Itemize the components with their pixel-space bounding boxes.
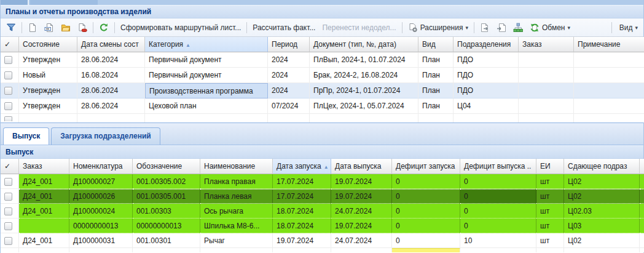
cell-document[interactable]: ПлЦех, 2024-1, 05.07.2024	[310, 98, 418, 114]
row-checkbox[interactable]	[4, 102, 12, 110]
cell-name[interactable]: Рычаг	[200, 233, 273, 248]
release-row-selected[interactable]: Д24_001 Д100000026 001.00305.001 Планка …	[1, 189, 644, 204]
cell-nomenclature[interactable]: 00000000013	[69, 219, 133, 233]
cell-release-date[interactable]: 19.07.2024	[331, 219, 392, 233]
cell-order[interactable]	[19, 219, 69, 233]
extensions-menu-button[interactable]: Расширения ▾	[405, 21, 471, 34]
cell-unit[interactable]: шт	[536, 233, 564, 248]
cell-state[interactable]: Утвержден	[19, 98, 77, 114]
cell-order[interactable]	[519, 68, 574, 83]
open-folder-button[interactable]	[58, 21, 74, 34]
column-header-release-date[interactable]: Дата выпуска	[331, 159, 392, 174]
cell-order[interactable]: Д24_001	[19, 204, 69, 219]
cell-name[interactable]: Шпилька М8-6...	[200, 219, 273, 233]
cell-state[interactable]: Утвержден	[19, 83, 77, 98]
cell-designation[interactable]: 00000000013	[133, 219, 200, 233]
cell-unit[interactable]: шт	[536, 219, 564, 233]
cell-division[interactable]: Ц04	[454, 98, 519, 114]
release-row[interactable]: 00000000013 00000000013 Шпилька М8-6... …	[1, 219, 644, 233]
refresh-button[interactable]	[96, 21, 112, 34]
cell-release-date[interactable]: 24.07.2024	[331, 204, 392, 219]
tab-load-divisions[interactable]: Загрузка подразделений	[51, 127, 160, 145]
column-header-document[interactable]: Документ (тип, №, дата)	[310, 37, 418, 52]
cell-deficit-release[interactable]: 0	[460, 174, 536, 189]
plans-row[interactable]: Новый 16.08.2024 Первичный документ 2024…	[1, 68, 644, 83]
cell-kind[interactable]: План	[418, 98, 454, 114]
cell-designation[interactable]: 001.00301	[133, 233, 200, 248]
column-header-start-date[interactable]: Дата запуска▲	[273, 159, 331, 174]
cell-period[interactable]: 07/2024	[268, 98, 310, 114]
row-checkbox[interactable]	[4, 178, 12, 186]
cell-division[interactable]: Ц02	[564, 189, 640, 204]
column-header-note[interactable]: Примечание	[574, 37, 644, 52]
cell-order[interactable]	[519, 83, 574, 98]
cell-document[interactable]: Брак, 2024-2, 16.08.2024	[310, 68, 418, 83]
cell-category[interactable]: Цеховой план	[145, 98, 268, 114]
release-row[interactable]: Д24_001 Д100000024 001.00303 Ось рычага …	[1, 204, 644, 219]
row-checkbox[interactable]	[4, 71, 12, 79]
column-header-division[interactable]: Подразделения	[454, 37, 519, 52]
cell-note[interactable]	[574, 52, 644, 68]
plans-row[interactable]: Утвержден 28.06.2024 Первичный документ …	[1, 52, 644, 68]
cell-start-date[interactable]: 18.07.2024	[273, 204, 331, 219]
column-header-state-date[interactable]: Дата смены сост	[77, 37, 145, 52]
calculate-fact-button[interactable]: Рассчитать факт...	[249, 22, 318, 34]
cell-deficit-release[interactable]: 0	[460, 204, 536, 219]
cell-kind[interactable]: План	[418, 52, 454, 68]
cell-deficit-start[interactable]: 0	[392, 174, 460, 189]
row-checkbox[interactable]	[4, 207, 12, 215]
cell-start-date[interactable]: 19.07.2024	[273, 233, 331, 248]
release-row[interactable]: Д24_001 Д100000031 001.00301 Рычаг 19.07…	[1, 233, 644, 248]
column-header-nomenclature[interactable]: Номенклатура	[69, 159, 133, 174]
cell-order[interactable]: Д24_001	[19, 233, 69, 248]
cell-period[interactable]: 2024	[268, 68, 310, 83]
row-checkbox[interactable]	[4, 56, 12, 64]
column-header-designation[interactable]: Обозначение	[133, 159, 200, 174]
structure-button[interactable]	[510, 21, 526, 34]
cell-release-date[interactable]: 19.07.2024	[331, 174, 392, 189]
cell-document[interactable]: ПлВып, 2024-1, 01.07.2024	[310, 52, 418, 68]
cell-division[interactable]: Ц02.03	[564, 204, 640, 219]
cell-release-date[interactable]: 24.07.2024	[331, 233, 392, 248]
column-header-name[interactable]: Наименование	[200, 159, 273, 174]
cell-state-date[interactable]: 28.06.2024	[77, 83, 145, 98]
cell-division[interactable]: Ц02	[564, 233, 640, 248]
cell-deficit-release[interactable]: 0	[460, 219, 536, 233]
cell-nomenclature[interactable]: Д100000031	[69, 233, 133, 248]
cell-deficit-release-focused[interactable]: 0	[460, 189, 536, 204]
cell-designation[interactable]: 001.00305.002	[133, 174, 200, 189]
cell-order[interactable]: Д24_001	[19, 189, 69, 204]
cell-note[interactable]	[574, 98, 644, 114]
cell-order[interactable]	[519, 98, 574, 114]
column-header-kind[interactable]: Вид	[418, 37, 454, 52]
cell-name[interactable]: Планка правая	[200, 174, 273, 189]
plans-row[interactable]: Утвержден 28.06.2024 Цеховой план 07/202…	[1, 98, 644, 114]
cell-period[interactable]: 2024	[268, 52, 310, 68]
cell-note[interactable]	[574, 68, 644, 83]
export-button[interactable]	[477, 21, 493, 34]
cell-state-date[interactable]: 16.08.2024	[77, 68, 145, 83]
cell-start-date[interactable]: 18.07.2024	[273, 219, 331, 233]
row-checkbox[interactable]	[4, 237, 12, 245]
release-row[interactable]: Д24_001 Д100000027 001.00305.002 Планка …	[1, 174, 644, 189]
cell-division[interactable]: ПДО	[454, 83, 519, 98]
tab-release[interactable]: Выпуск	[3, 127, 49, 145]
column-header-order[interactable]: Заказ	[519, 37, 574, 52]
column-header-unit[interactable]: ЕИ	[536, 159, 564, 174]
column-header-state[interactable]: Состояние	[19, 37, 77, 52]
cell-unit[interactable]: шт	[536, 174, 564, 189]
cell-state[interactable]: Новый	[19, 68, 77, 83]
delete-document-button[interactable]	[74, 21, 90, 34]
column-header-deficit-release[interactable]: Дефицит выпуска ..	[460, 159, 536, 174]
cell-category[interactable]: Первичный документ	[145, 68, 268, 83]
cell-division[interactable]: Ц03	[564, 219, 640, 233]
new-document-button[interactable]	[25, 21, 41, 34]
cell-category-focused[interactable]: Производственная программа	[145, 83, 268, 98]
cell-period[interactable]: 2024	[268, 83, 310, 98]
cell-nomenclature[interactable]: Д100000026	[69, 189, 133, 204]
cell-nomenclature[interactable]: Д100000027	[69, 174, 133, 189]
cell-deficit-start[interactable]: 0	[392, 233, 460, 248]
column-header-deficit-start[interactable]: Дефицит запуска	[392, 159, 460, 174]
cell-unit[interactable]: шт	[536, 189, 564, 204]
cell-start-date[interactable]: 17.07.2024	[273, 174, 331, 189]
